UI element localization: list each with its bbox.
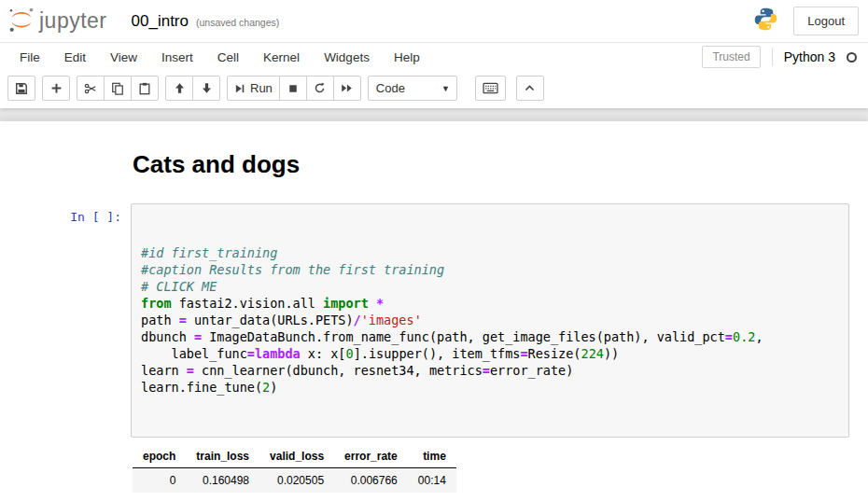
fast-forward-icon (341, 82, 353, 94)
training-progress-table: epochtrain_lossvalid_losserror_ratetime0… (133, 445, 456, 493)
insert-cell-below-button[interactable] (42, 76, 70, 101)
arrow-down-icon (201, 82, 213, 94)
header-top-bar: jupyter 00_intro (unsaved changes) Logou… (0, 0, 868, 42)
cell-type-value: Code (376, 81, 405, 95)
save-icon (15, 82, 28, 95)
code-input-area[interactable]: #id first_training#caption Results from … (131, 203, 849, 438)
kernel-name: Python 3 (784, 49, 835, 64)
chevron-down-icon: ▼ (441, 84, 450, 93)
paste-icon (138, 82, 151, 95)
table-cell: 0.006766 (334, 468, 408, 494)
menu-item-insert[interactable]: Insert (149, 43, 205, 71)
header-right: Logout (753, 7, 859, 35)
table-header-error_rate: error_rate (334, 445, 408, 468)
scissors-icon (84, 82, 97, 95)
table-row: 00.1604980.0205050.00676600:14 (133, 468, 456, 494)
restart-run-all-button[interactable] (333, 76, 361, 101)
jupyter-planet-icon (7, 6, 35, 37)
command-palette-button[interactable] (475, 76, 506, 101)
code-cell: In [ ]: #id first_training#caption Resul… (0, 199, 868, 501)
cell-type-dropdown[interactable]: Code ▼ (368, 76, 457, 101)
menu-item-cell[interactable]: Cell (205, 43, 251, 71)
toolbar: Run Code ▼ (0, 71, 868, 108)
stop-icon (287, 83, 299, 94)
notebook-container: Cats and dogs In [ ]: #id first_training… (0, 121, 868, 501)
chevron-up-icon (524, 82, 536, 94)
plus-icon (50, 82, 63, 94)
menu-list: FileEditViewInsertCellKernelWidgetsHelp (7, 43, 432, 71)
menu-item-kernel[interactable]: Kernel (251, 43, 312, 71)
step-forward-icon (234, 83, 245, 94)
table-cell: 0.020505 (259, 468, 334, 494)
table-cell: 0 (133, 468, 186, 494)
paste-cell-button[interactable] (131, 76, 159, 101)
menu-item-edit[interactable]: Edit (52, 43, 98, 71)
table-header-valid_loss: valid_loss (259, 445, 334, 468)
menu-bar-right: Trusted Python 3 (702, 43, 868, 71)
code-area: #id first_training#caption Results from … (141, 245, 839, 397)
table-cell: 00:14 (408, 468, 456, 494)
python-logo-icon (753, 7, 778, 35)
notebook-header: jupyter 00_intro (unsaved changes) Logou… (0, 0, 868, 108)
menu-bar: FileEditViewInsertCellKernelWidgetsHelp … (0, 42, 868, 71)
table-header-time: time (408, 445, 456, 468)
table-header-epoch: epoch (133, 445, 186, 468)
markdown-cell[interactable]: Cats and dogs (0, 136, 868, 199)
logout-button[interactable]: Logout (793, 7, 859, 35)
run-button-label: Run (250, 81, 273, 95)
notebook-site: Cats and dogs In [ ]: #id first_training… (0, 108, 868, 501)
arrow-up-icon (174, 82, 186, 94)
keyboard-icon (483, 82, 498, 94)
save-button[interactable] (7, 76, 35, 101)
restart-kernel-button[interactable] (306, 76, 334, 101)
menu-item-widgets[interactable]: Widgets (312, 43, 382, 71)
copy-cell-button[interactable] (104, 76, 132, 101)
markdown-heading: Cats and dogs (131, 141, 849, 194)
kernel-idle-indicator-icon (847, 52, 857, 63)
notebook-title[interactable]: 00_intro (132, 12, 189, 31)
menu-item-help[interactable]: Help (382, 43, 432, 71)
output-area: epochtrain_lossvalid_losserror_ratetime0… (131, 438, 849, 501)
code-cell-prompt: In [ ]: (11, 203, 131, 501)
autosave-status: (unsaved changes) (196, 17, 279, 28)
copy-icon (111, 82, 124, 95)
move-cell-down-button[interactable] (192, 76, 220, 101)
menu-item-view[interactable]: View (98, 43, 149, 71)
kernel-separator (772, 48, 773, 66)
table-header-train_loss: train_loss (186, 445, 259, 468)
markdown-cell-prompt (11, 141, 131, 194)
jupyter-logo[interactable]: jupyter (7, 6, 107, 37)
trusted-button[interactable]: Trusted (702, 46, 760, 68)
menu-item-file[interactable]: File (7, 43, 52, 71)
cut-cell-button[interactable] (77, 76, 105, 101)
toggle-toolbar-button[interactable] (516, 76, 544, 101)
jupyter-logo-text: jupyter (39, 8, 107, 34)
interrupt-kernel-button[interactable] (279, 76, 307, 101)
move-cell-up-button[interactable] (165, 76, 193, 101)
refresh-icon (314, 82, 326, 94)
table-cell: 0.160498 (186, 468, 259, 494)
run-cell-button[interactable]: Run (227, 76, 280, 101)
